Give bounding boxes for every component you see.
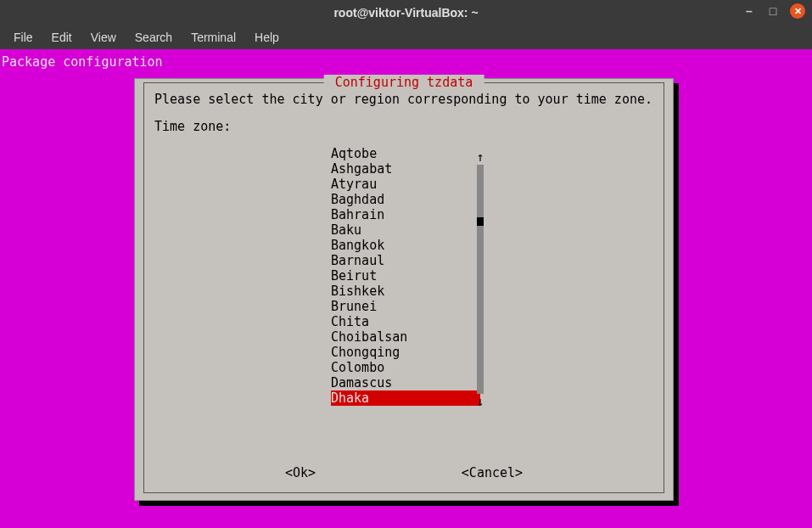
tzdata-dialog: Configuring tzdata Please select the cit… [134, 78, 674, 501]
menu-help[interactable]: Help [248, 27, 286, 48]
window-titlebar: root@viktor-VirtualBox: ~ – □ ✕ [0, 0, 812, 25]
menu-terminal[interactable]: Terminal [184, 27, 243, 48]
menubar: File Edit View Search Terminal Help [0, 25, 812, 49]
cancel-button[interactable]: <Cancel> [462, 465, 523, 480]
maximize-button[interactable]: □ [766, 4, 780, 18]
window-controls: – □ ✕ [742, 3, 805, 19]
scroll-track[interactable] [477, 165, 484, 394]
menu-search[interactable]: Search [128, 27, 179, 48]
list-item[interactable]: Dhaka [331, 390, 480, 406]
menu-view[interactable]: View [84, 27, 123, 48]
scroll-thumb[interactable] [477, 217, 484, 226]
scrollbar[interactable]: ↑ ↓ [475, 149, 485, 409]
dialog-buttons: <Ok> <Cancel> [144, 465, 664, 480]
ok-button[interactable]: <Ok> [285, 465, 316, 480]
menu-file[interactable]: File [7, 27, 40, 48]
terminal-header: Package configuration [2, 54, 163, 70]
dialog-prompt: Please select the city or region corresp… [154, 92, 653, 107]
minimize-button[interactable]: – [742, 4, 756, 18]
scroll-up-icon[interactable]: ↑ [476, 149, 484, 165]
dialog-label: Time zone: [154, 119, 653, 134]
window-title: root@viktor-VirtualBox: ~ [333, 6, 478, 20]
scroll-down-icon[interactable]: ↓ [476, 394, 484, 409]
dialog-title: Configuring tzdata [324, 75, 484, 90]
terminal: Package configuration Configuring tzdata… [0, 49, 812, 528]
dialog-inner: Configuring tzdata Please select the cit… [143, 82, 664, 493]
menu-edit[interactable]: Edit [45, 27, 79, 48]
close-button[interactable]: ✕ [790, 3, 805, 19]
